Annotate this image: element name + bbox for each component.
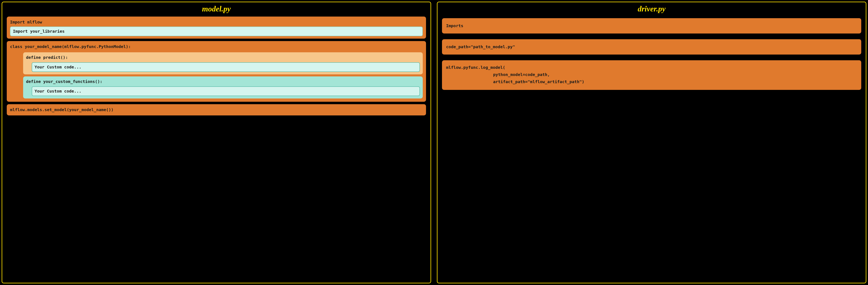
code-code-path: code_path="path_to_model.py" [446,44,857,50]
code-driver-imports: Imports [446,23,857,29]
panel-title-model: model.py [7,4,426,13]
code-import-user-libs: Import your_libraries [13,28,420,35]
block-predict-body: Your Custom code... [32,62,420,72]
panel-model-py: model.py Import mlflow Import your_libra… [2,2,431,283]
code-predict-decl: define predict(): [26,55,420,61]
code-import-mlflow: Import mlflow [10,19,423,25]
block-imports: Import mlflow Import your_libraries [7,16,426,39]
block-custom-fns: define your_custom_functions(): Your Cus… [23,76,423,99]
code-custom-body: Your Custom code... [35,88,417,95]
block-predict: define predict(): Your Custom code... [23,52,423,74]
code-log-model-arg1: python_model=code_path, [493,72,857,78]
block-import-user-libs: Import your_libraries [10,27,423,36]
block-class-def: class your_model_name(mlflow.pyfunc.Pyth… [7,41,426,102]
block-log-model: mlflow.pyfunc.log_model( python_model=co… [442,60,861,90]
block-set-model: mlflow.models.set_model(your_model_name(… [7,104,426,115]
block-driver-imports: Imports [442,18,861,34]
code-log-model-arg2: artifact_path="mlflow_artifact_path") [493,79,857,85]
code-set-model: mlflow.models.set_model(your_model_name(… [10,107,423,113]
panel-driver-py: driver.py Imports code_path="path_to_mod… [437,2,866,283]
code-custom-decl: define your_custom_functions(): [26,78,420,85]
block-code-path: code_path="path_to_model.py" [442,39,861,55]
panel-title-driver: driver.py [442,4,861,13]
code-class-decl: class your_model_name(mlflow.pyfunc.Pyth… [10,43,423,50]
block-custom-body: Your Custom code... [32,86,420,96]
code-predict-body: Your Custom code... [35,64,417,70]
diagram-root: model.py Import mlflow Import your_libra… [2,2,866,283]
code-log-model-call: mlflow.pyfunc.log_model( [446,64,857,71]
